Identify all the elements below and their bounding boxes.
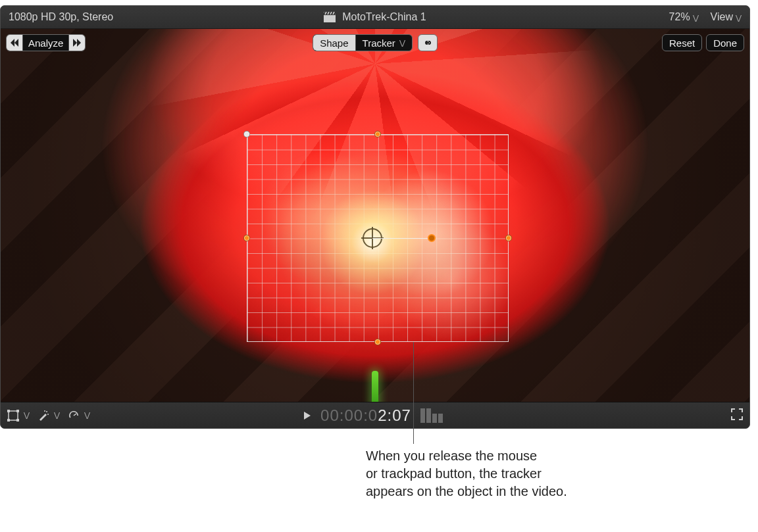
play-icon[interactable] <box>303 411 311 420</box>
tracker-handle-left[interactable] <box>243 235 250 241</box>
tracker-handle-right[interactable] <box>505 235 512 241</box>
tracker-mode-label: Tracker <box>363 37 395 49</box>
mask-mode-group: Shape Tracker⋁ <box>313 34 413 51</box>
tracker-offset-anchor[interactable] <box>428 234 436 242</box>
view-label: View <box>711 11 733 22</box>
viewer-canvas[interactable]: Analyze Shape Tracker⋁ Reset Done <box>1 29 749 402</box>
tracker-overlay[interactable] <box>247 134 509 342</box>
viewer-osd: Analyze Shape Tracker⋁ Reset Done <box>1 34 749 51</box>
format-info: 1080p HD 30p, Stereo <box>9 11 113 23</box>
tracker-handle-top-left[interactable] <box>243 131 250 137</box>
editor-window: 1080p HD 30p, Stereo MotoTrek-China 1 72… <box>0 5 750 429</box>
svg-marker-19 <box>304 412 311 420</box>
tracker-handle-bottom[interactable] <box>374 339 381 345</box>
zoom-value: 72% <box>669 11 690 22</box>
shape-mode-button[interactable]: Shape <box>313 35 355 51</box>
timecode-dim: 00:00:0 <box>320 406 378 424</box>
timecode-bright: 2:07 <box>378 406 411 424</box>
viewer-toolbar: ⋁ ⋁ ⋁ 00:00:02:07 <box>1 402 749 428</box>
link-toggle-button[interactable] <box>418 34 438 51</box>
chevron-down-icon: ⋁ <box>693 14 699 22</box>
project-title[interactable]: MotoTrek-China 1 <box>342 11 426 23</box>
link-icon <box>422 38 433 47</box>
tracker-offset-line <box>372 238 432 239</box>
tracker-mode-menu[interactable]: Tracker⋁ <box>355 35 412 51</box>
audio-meter <box>420 408 447 423</box>
clapboard-icon <box>324 12 336 22</box>
callout-leader-line <box>413 342 414 429</box>
zoom-menu[interactable]: 72%⋁ <box>669 11 699 23</box>
tracker-handle-top[interactable] <box>374 131 381 137</box>
titlebar: 1080p HD 30p, Stereo MotoTrek-China 1 72… <box>1 6 749 29</box>
chevron-down-icon: ⋁ <box>736 14 742 22</box>
view-menu[interactable]: View⋁ <box>711 11 742 23</box>
timecode-display[interactable]: 00:00:02:07 <box>320 406 411 425</box>
chevron-down-icon: ⋁ <box>399 39 405 47</box>
svg-rect-0 <box>324 15 336 22</box>
